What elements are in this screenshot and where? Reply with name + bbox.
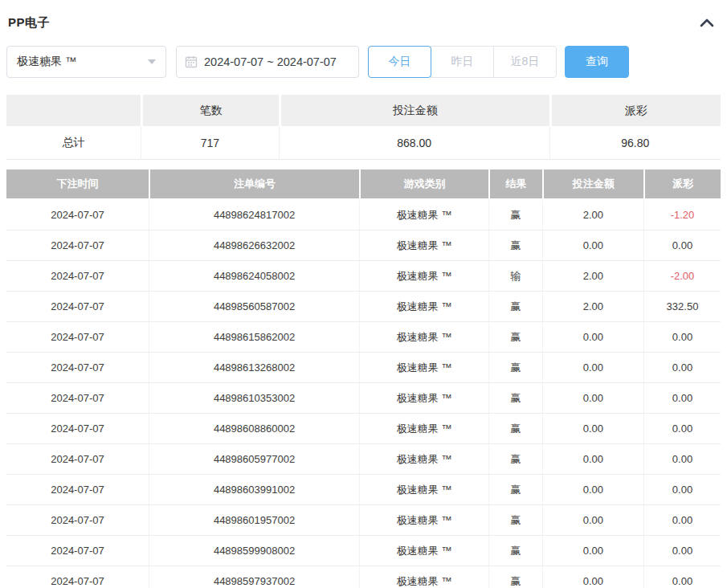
payout-cell: 0.00 xyxy=(643,322,721,353)
payout-cell: 0.00 xyxy=(643,475,721,505)
payout-cell: 0.00 xyxy=(643,353,721,383)
bet-amount-cell: 0.00 xyxy=(542,475,643,505)
order-no-cell: 44898608860002 xyxy=(149,414,359,444)
summary-header-row: 笔数 投注金额 派彩 xyxy=(6,95,721,126)
result-cell: 赢 xyxy=(488,505,542,536)
payout-cell: 0.00 xyxy=(643,536,721,566)
game-type-cell: 极速糖果 ™ xyxy=(359,353,488,383)
result-cell: 赢 xyxy=(488,566,542,588)
bet-amount-cell: 0.00 xyxy=(542,444,643,475)
order-no-cell: 44898624058002 xyxy=(149,261,359,292)
result-cell: 赢 xyxy=(488,231,542,261)
order-no-cell: 44898613268002 xyxy=(149,353,359,383)
filter-bar: 极速糖果 ™ 2024-07-07 ~ 2024-07-07 今日 昨日 近8日… xyxy=(6,46,721,78)
game-select[interactable]: 极速糖果 ™ xyxy=(6,46,166,78)
game-type-cell: 极速糖果 ™ xyxy=(359,536,488,566)
order-no-cell: 44898560587002 xyxy=(149,292,359,322)
summary-header-empty xyxy=(6,95,141,126)
total-bet-amount: 868.00 xyxy=(279,126,549,160)
bet-amount-cell: 0.00 xyxy=(542,231,643,261)
calendar-icon xyxy=(185,55,198,68)
game-type-cell: 极速糖果 ™ xyxy=(359,566,488,588)
bet-amount-cell: 0.00 xyxy=(542,353,643,383)
table-row: 2024-07-07 44898560587002 极速糖果 ™ 赢 2.00 … xyxy=(6,292,721,322)
header-bet-time: 下注时间 xyxy=(6,169,149,200)
total-count: 717 xyxy=(141,126,279,160)
records-table: 下注时间 注单编号 游戏类别 结果 投注金额 派彩 2024-07-07 448… xyxy=(6,169,721,588)
bet-time-cell: 2024-07-07 xyxy=(6,566,149,588)
game-type-cell: 极速糖果 ™ xyxy=(359,322,488,353)
payout-cell: 0.00 xyxy=(643,231,721,261)
today-button[interactable]: 今日 xyxy=(368,46,431,78)
bet-time-cell: 2024-07-07 xyxy=(6,505,149,536)
table-row: 2024-07-07 44898601957002 极速糖果 ™ 赢 0.00 … xyxy=(6,505,721,536)
payout-cell: 0.00 xyxy=(643,383,721,414)
game-type-cell: 极速糖果 ™ xyxy=(359,414,488,444)
bet-amount-cell: 2.00 xyxy=(542,292,643,322)
result-cell: 赢 xyxy=(488,536,542,566)
bet-time-cell: 2024-07-07 xyxy=(6,231,149,261)
date-range-input[interactable]: 2024-07-07 ~ 2024-07-07 xyxy=(176,46,359,78)
payout-cell: 0.00 xyxy=(643,444,721,475)
panel-header: PP电子 xyxy=(6,0,721,32)
summary-header-count: 笔数 xyxy=(141,95,279,126)
bet-amount-cell: 0.00 xyxy=(542,505,643,536)
bet-amount-cell: 0.00 xyxy=(542,322,643,353)
bet-amount-cell: 0.00 xyxy=(542,414,643,444)
bet-time-cell: 2024-07-07 xyxy=(6,536,149,566)
total-payout: 96.80 xyxy=(549,126,721,160)
order-no-cell: 44898599908002 xyxy=(149,536,359,566)
bet-amount-cell: 0.00 xyxy=(542,383,643,414)
game-type-cell: 极速糖果 ™ xyxy=(359,444,488,475)
yesterday-button[interactable]: 昨日 xyxy=(431,46,494,78)
game-type-cell: 极速糖果 ™ xyxy=(359,475,488,505)
order-no-cell: 44898605977002 xyxy=(149,444,359,475)
result-cell: 输 xyxy=(488,261,542,292)
chevron-down-icon xyxy=(148,59,156,64)
header-game-type: 游戏类别 xyxy=(359,169,488,200)
result-cell: 赢 xyxy=(488,353,542,383)
result-cell: 赢 xyxy=(488,322,542,353)
table-row: 2024-07-07 44898605977002 极速糖果 ™ 赢 0.00 … xyxy=(6,444,721,475)
summary-header-payout: 派彩 xyxy=(549,95,721,126)
table-row: 2024-07-07 44898610353002 极速糖果 ™ 赢 0.00 … xyxy=(6,383,721,414)
quick-range-group: 今日 昨日 近8日 xyxy=(368,46,557,78)
last-8-days-button[interactable]: 近8日 xyxy=(493,46,557,78)
table-row: 2024-07-07 44898613268002 极速糖果 ™ 赢 0.00 … xyxy=(6,353,721,383)
game-type-cell: 极速糖果 ™ xyxy=(359,292,488,322)
game-type-cell: 极速糖果 ™ xyxy=(359,505,488,536)
result-cell: 赢 xyxy=(488,475,542,505)
payout-cell: 0.00 xyxy=(643,414,721,444)
order-no-cell: 44898615862002 xyxy=(149,322,359,353)
table-row: 2024-07-07 44898597937002 极速糖果 ™ 赢 0.00 … xyxy=(6,566,721,588)
table-row: 2024-07-07 44898599908002 极速糖果 ™ 赢 0.00 … xyxy=(6,536,721,566)
order-no-cell: 44898597937002 xyxy=(149,566,359,588)
table-row: 2024-07-07 44898615862002 极速糖果 ™ 赢 0.00 … xyxy=(6,322,721,353)
header-payout: 派彩 xyxy=(643,169,721,200)
query-button[interactable]: 查询 xyxy=(565,46,629,78)
payout-cell: 332.50 xyxy=(643,292,721,322)
table-row: 2024-07-07 44898626632002 极速糖果 ™ 赢 0.00 … xyxy=(6,231,721,261)
result-cell: 赢 xyxy=(488,444,542,475)
game-type-cell: 极速糖果 ™ xyxy=(359,383,488,414)
bet-amount-cell: 2.00 xyxy=(542,261,643,292)
chevron-up-icon xyxy=(700,18,714,30)
result-cell: 赢 xyxy=(488,200,542,231)
payout-cell: 0.00 xyxy=(643,566,721,588)
summary-table: 笔数 投注金额 派彩 总计 717 868.00 96.80 xyxy=(6,95,721,160)
table-row: 2024-07-07 44898624817002 极速糖果 ™ 赢 2.00 … xyxy=(6,200,721,231)
payout-cell: 0.00 xyxy=(643,505,721,536)
bet-time-cell: 2024-07-07 xyxy=(6,353,149,383)
order-no-cell: 44898603991002 xyxy=(149,475,359,505)
table-row: 2024-07-07 44898603991002 极速糖果 ™ 赢 0.00 … xyxy=(6,475,721,505)
result-cell: 赢 xyxy=(488,414,542,444)
bet-amount-cell: 2.00 xyxy=(542,200,643,231)
records-body: 2024-07-07 44898624817002 极速糖果 ™ 赢 2.00 … xyxy=(6,200,721,588)
payout-cell: -2.00 xyxy=(643,261,721,292)
collapse-panel-button[interactable] xyxy=(698,16,716,29)
records-header-row: 下注时间 注单编号 游戏类别 结果 投注金额 派彩 xyxy=(6,169,721,200)
bet-amount-cell: 0.00 xyxy=(542,536,643,566)
bet-time-cell: 2024-07-07 xyxy=(6,414,149,444)
game-type-cell: 极速糖果 ™ xyxy=(359,231,488,261)
game-type-cell: 极速糖果 ™ xyxy=(359,261,488,292)
